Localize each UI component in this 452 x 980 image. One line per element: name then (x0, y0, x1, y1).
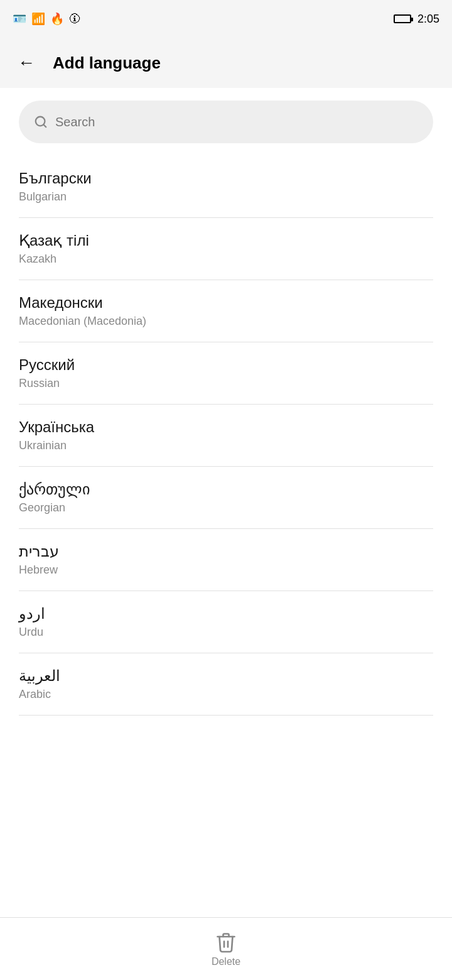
header: ← Add language (0, 38, 452, 88)
status-bar: 🪪 📶 🔥 🛈 2:05 (0, 0, 452, 38)
language-native-name: Қазақ тілі (19, 232, 433, 249)
language-english-name: Russian (19, 377, 433, 390)
svg-line-1 (43, 124, 46, 127)
language-english-name: Georgian (19, 501, 433, 514)
list-item[interactable]: עבריתHebrew (19, 529, 433, 591)
list-item[interactable]: العربيةArabic (19, 653, 433, 716)
search-input[interactable] (55, 115, 418, 129)
list-item[interactable]: ქართულიGeorgian (19, 467, 433, 529)
list-item[interactable]: اردوUrdu (19, 591, 433, 653)
language-english-name: Arabic (19, 688, 433, 701)
delete-button[interactable] (215, 931, 237, 954)
language-native-name: العربية (19, 667, 433, 685)
wifi-icon: 📶 (31, 12, 45, 26)
fire-icon: 🔥 (50, 12, 64, 26)
language-english-name: Bulgarian (19, 190, 433, 204)
list-item[interactable]: БългарскиBulgarian (19, 156, 433, 218)
list-item[interactable]: МакедонскиMacedonian (Macedonia) (19, 280, 433, 342)
language-english-name: Kazakh (19, 253, 433, 266)
search-box[interactable] (19, 101, 433, 143)
language-english-name: Macedonian (Macedonia) (19, 315, 433, 328)
sim-icon: 🪪 (13, 12, 26, 26)
page-title: Add language (53, 53, 161, 73)
search-container (0, 88, 452, 156)
list-item[interactable]: РусскийRussian (19, 342, 433, 405)
language-native-name: Македонски (19, 294, 433, 312)
bottom-bar: Delete (0, 917, 452, 980)
language-english-name: Hebrew (19, 564, 433, 577)
status-icons: 🪪 📶 🔥 🛈 (13, 12, 80, 26)
status-time: 2:05 (417, 13, 439, 26)
language-native-name: Українська (19, 418, 433, 436)
search-icon (34, 115, 48, 129)
language-native-name: اردو (19, 605, 433, 623)
language-english-name: Urdu (19, 626, 433, 639)
language-native-name: ქართული (19, 481, 433, 498)
battery-icon (394, 14, 411, 23)
language-list: БългарскиBulgarianҚазақ тіліKazakhМакедо… (0, 156, 452, 917)
delete-label: Delete (212, 956, 240, 967)
list-item[interactable]: УкраїнськаUkrainian (19, 405, 433, 467)
list-item[interactable]: Қазақ тіліKazakh (19, 218, 433, 280)
language-native-name: Русский (19, 356, 433, 374)
language-native-name: Български (19, 170, 433, 187)
back-button[interactable]: ← (13, 49, 40, 77)
language-native-name: עברית (19, 543, 433, 560)
status-right: 2:05 (394, 13, 439, 26)
back-arrow-icon: ← (18, 53, 35, 73)
language-english-name: Ukrainian (19, 439, 433, 452)
info-icon: 🛈 (69, 13, 80, 26)
